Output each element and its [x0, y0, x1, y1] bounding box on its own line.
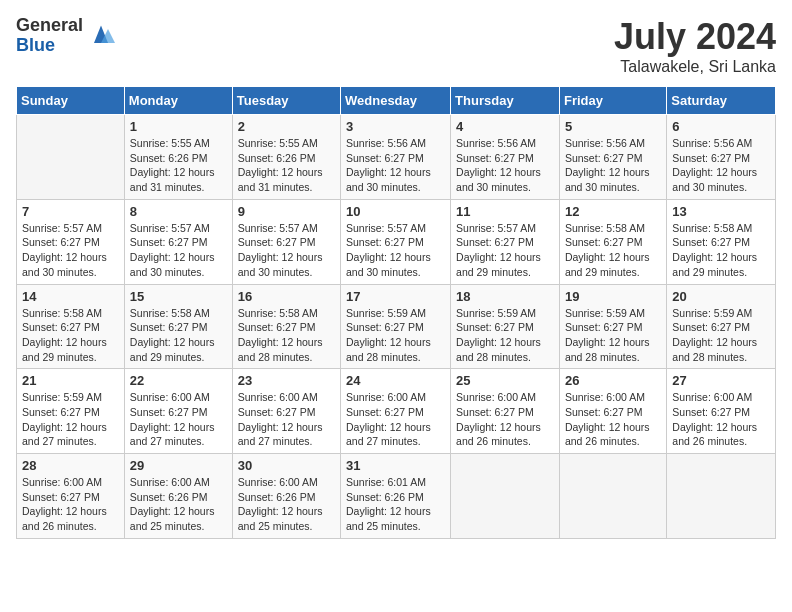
calendar-cell: 12Sunrise: 5:58 AM Sunset: 6:27 PM Dayli… — [559, 199, 666, 284]
calendar-cell — [667, 454, 776, 539]
day-number: 29 — [130, 458, 227, 473]
calendar-cell: 17Sunrise: 5:59 AM Sunset: 6:27 PM Dayli… — [341, 284, 451, 369]
calendar-cell — [559, 454, 666, 539]
day-info: Sunrise: 5:56 AM Sunset: 6:27 PM Dayligh… — [456, 136, 554, 195]
calendar-cell: 1Sunrise: 5:55 AM Sunset: 6:26 PM Daylig… — [124, 115, 232, 200]
day-info: Sunrise: 5:56 AM Sunset: 6:27 PM Dayligh… — [346, 136, 445, 195]
day-info: Sunrise: 5:57 AM Sunset: 6:27 PM Dayligh… — [456, 221, 554, 280]
calendar-cell: 3Sunrise: 5:56 AM Sunset: 6:27 PM Daylig… — [341, 115, 451, 200]
calendar-cell: 2Sunrise: 5:55 AM Sunset: 6:26 PM Daylig… — [232, 115, 340, 200]
day-info: Sunrise: 5:59 AM Sunset: 6:27 PM Dayligh… — [672, 306, 770, 365]
column-header-saturday: Saturday — [667, 87, 776, 115]
logo-icon — [87, 22, 115, 50]
day-info: Sunrise: 6:01 AM Sunset: 6:26 PM Dayligh… — [346, 475, 445, 534]
calendar-cell: 20Sunrise: 5:59 AM Sunset: 6:27 PM Dayli… — [667, 284, 776, 369]
calendar-cell: 13Sunrise: 5:58 AM Sunset: 6:27 PM Dayli… — [667, 199, 776, 284]
day-info: Sunrise: 5:59 AM Sunset: 6:27 PM Dayligh… — [456, 306, 554, 365]
day-info: Sunrise: 5:55 AM Sunset: 6:26 PM Dayligh… — [238, 136, 335, 195]
day-number: 18 — [456, 289, 554, 304]
calendar-week-row: 14Sunrise: 5:58 AM Sunset: 6:27 PM Dayli… — [17, 284, 776, 369]
calendar-cell: 16Sunrise: 5:58 AM Sunset: 6:27 PM Dayli… — [232, 284, 340, 369]
calendar-cell: 4Sunrise: 5:56 AM Sunset: 6:27 PM Daylig… — [451, 115, 560, 200]
day-info: Sunrise: 5:58 AM Sunset: 6:27 PM Dayligh… — [565, 221, 661, 280]
day-info: Sunrise: 5:57 AM Sunset: 6:27 PM Dayligh… — [22, 221, 119, 280]
day-number: 10 — [346, 204, 445, 219]
day-number: 6 — [672, 119, 770, 134]
day-info: Sunrise: 6:00 AM Sunset: 6:27 PM Dayligh… — [130, 390, 227, 449]
calendar-cell: 15Sunrise: 5:58 AM Sunset: 6:27 PM Dayli… — [124, 284, 232, 369]
day-number: 5 — [565, 119, 661, 134]
day-number: 14 — [22, 289, 119, 304]
calendar-cell: 30Sunrise: 6:00 AM Sunset: 6:26 PM Dayli… — [232, 454, 340, 539]
day-number: 22 — [130, 373, 227, 388]
logo-general: General — [16, 16, 83, 36]
day-number: 27 — [672, 373, 770, 388]
day-info: Sunrise: 6:00 AM Sunset: 6:27 PM Dayligh… — [22, 475, 119, 534]
calendar-cell: 23Sunrise: 6:00 AM Sunset: 6:27 PM Dayli… — [232, 369, 340, 454]
day-info: Sunrise: 6:00 AM Sunset: 6:27 PM Dayligh… — [346, 390, 445, 449]
day-info: Sunrise: 5:57 AM Sunset: 6:27 PM Dayligh… — [130, 221, 227, 280]
day-info: Sunrise: 5:58 AM Sunset: 6:27 PM Dayligh… — [130, 306, 227, 365]
day-info: Sunrise: 5:59 AM Sunset: 6:27 PM Dayligh… — [22, 390, 119, 449]
calendar-cell: 31Sunrise: 6:01 AM Sunset: 6:26 PM Dayli… — [341, 454, 451, 539]
day-info: Sunrise: 6:00 AM Sunset: 6:26 PM Dayligh… — [130, 475, 227, 534]
day-info: Sunrise: 5:56 AM Sunset: 6:27 PM Dayligh… — [672, 136, 770, 195]
day-number: 11 — [456, 204, 554, 219]
calendar-cell — [451, 454, 560, 539]
logo-text: General Blue — [16, 16, 83, 56]
day-number: 4 — [456, 119, 554, 134]
day-info: Sunrise: 6:00 AM Sunset: 6:27 PM Dayligh… — [238, 390, 335, 449]
day-info: Sunrise: 6:00 AM Sunset: 6:27 PM Dayligh… — [672, 390, 770, 449]
calendar-table: SundayMondayTuesdayWednesdayThursdayFrid… — [16, 86, 776, 539]
calendar-week-row: 21Sunrise: 5:59 AM Sunset: 6:27 PM Dayli… — [17, 369, 776, 454]
day-number: 2 — [238, 119, 335, 134]
day-number: 21 — [22, 373, 119, 388]
calendar-cell: 6Sunrise: 5:56 AM Sunset: 6:27 PM Daylig… — [667, 115, 776, 200]
column-header-wednesday: Wednesday — [341, 87, 451, 115]
day-number: 1 — [130, 119, 227, 134]
day-number: 16 — [238, 289, 335, 304]
day-info: Sunrise: 5:55 AM Sunset: 6:26 PM Dayligh… — [130, 136, 227, 195]
calendar-cell: 10Sunrise: 5:57 AM Sunset: 6:27 PM Dayli… — [341, 199, 451, 284]
day-info: Sunrise: 5:56 AM Sunset: 6:27 PM Dayligh… — [565, 136, 661, 195]
calendar-cell: 26Sunrise: 6:00 AM Sunset: 6:27 PM Dayli… — [559, 369, 666, 454]
calendar-cell: 29Sunrise: 6:00 AM Sunset: 6:26 PM Dayli… — [124, 454, 232, 539]
calendar-cell: 25Sunrise: 6:00 AM Sunset: 6:27 PM Dayli… — [451, 369, 560, 454]
day-number: 25 — [456, 373, 554, 388]
day-number: 9 — [238, 204, 335, 219]
day-number: 8 — [130, 204, 227, 219]
day-number: 13 — [672, 204, 770, 219]
column-header-monday: Monday — [124, 87, 232, 115]
calendar-cell: 18Sunrise: 5:59 AM Sunset: 6:27 PM Dayli… — [451, 284, 560, 369]
day-number: 30 — [238, 458, 335, 473]
calendar-week-row: 1Sunrise: 5:55 AM Sunset: 6:26 PM Daylig… — [17, 115, 776, 200]
calendar-cell — [17, 115, 125, 200]
calendar-cell: 7Sunrise: 5:57 AM Sunset: 6:27 PM Daylig… — [17, 199, 125, 284]
page-header: General Blue July 2024 Talawakele, Sri L… — [16, 16, 776, 76]
calendar-cell: 8Sunrise: 5:57 AM Sunset: 6:27 PM Daylig… — [124, 199, 232, 284]
day-number: 19 — [565, 289, 661, 304]
day-info: Sunrise: 5:58 AM Sunset: 6:27 PM Dayligh… — [672, 221, 770, 280]
calendar-cell: 27Sunrise: 6:00 AM Sunset: 6:27 PM Dayli… — [667, 369, 776, 454]
calendar-cell: 24Sunrise: 6:00 AM Sunset: 6:27 PM Dayli… — [341, 369, 451, 454]
day-info: Sunrise: 5:58 AM Sunset: 6:27 PM Dayligh… — [238, 306, 335, 365]
day-number: 28 — [22, 458, 119, 473]
calendar-cell: 5Sunrise: 5:56 AM Sunset: 6:27 PM Daylig… — [559, 115, 666, 200]
day-number: 7 — [22, 204, 119, 219]
title-block: July 2024 Talawakele, Sri Lanka — [614, 16, 776, 76]
day-info: Sunrise: 5:57 AM Sunset: 6:27 PM Dayligh… — [238, 221, 335, 280]
calendar-week-row: 28Sunrise: 6:00 AM Sunset: 6:27 PM Dayli… — [17, 454, 776, 539]
column-header-tuesday: Tuesday — [232, 87, 340, 115]
day-number: 17 — [346, 289, 445, 304]
column-header-friday: Friday — [559, 87, 666, 115]
day-number: 12 — [565, 204, 661, 219]
calendar-cell: 22Sunrise: 6:00 AM Sunset: 6:27 PM Dayli… — [124, 369, 232, 454]
day-info: Sunrise: 6:00 AM Sunset: 6:27 PM Dayligh… — [565, 390, 661, 449]
calendar-cell: 28Sunrise: 6:00 AM Sunset: 6:27 PM Dayli… — [17, 454, 125, 539]
column-header-sunday: Sunday — [17, 87, 125, 115]
day-number: 20 — [672, 289, 770, 304]
calendar-week-row: 7Sunrise: 5:57 AM Sunset: 6:27 PM Daylig… — [17, 199, 776, 284]
calendar-cell: 11Sunrise: 5:57 AM Sunset: 6:27 PM Dayli… — [451, 199, 560, 284]
day-number: 24 — [346, 373, 445, 388]
day-number: 3 — [346, 119, 445, 134]
